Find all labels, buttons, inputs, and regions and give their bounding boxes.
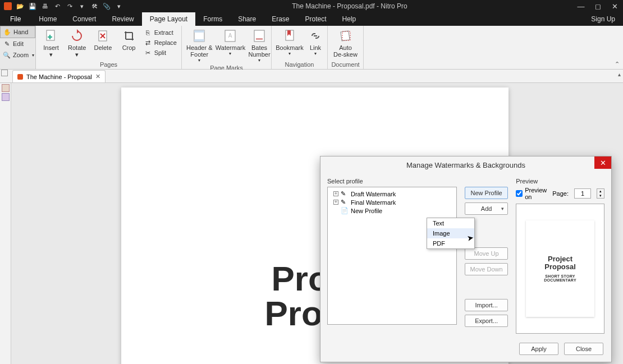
group-pages-label: Pages (39, 61, 178, 69)
add-menu-pdf[interactable]: PDF (427, 238, 474, 248)
expand-icon[interactable]: + (333, 200, 338, 205)
panel-icon-1[interactable] (2, 84, 10, 92)
preview-label: Preview (516, 178, 604, 185)
replace-icon: ⇄ (144, 39, 152, 47)
tab-page-layout[interactable]: Page Layout (142, 12, 195, 26)
close-tab-icon[interactable]: ✕ (95, 73, 100, 80)
add-menu-text[interactable]: Text (427, 218, 474, 228)
preview-area: ProjectProposal SHORT STORYDOCUMENTARY (516, 204, 604, 334)
side-panel-toggles[interactable] (1, 70, 8, 76)
print-icon[interactable]: 🖶 (40, 2, 49, 11)
tools-icon[interactable]: 🛠 (90, 2, 99, 11)
redo-icon[interactable]: ↷ (65, 2, 74, 11)
tab-review[interactable]: Review (104, 12, 141, 26)
tab-convert[interactable]: Convert (65, 12, 104, 26)
panel-icon-2[interactable] (2, 93, 10, 101)
page-label: Page: (552, 190, 569, 197)
scroll-up-icon[interactable]: ▴ (618, 71, 621, 77)
close-window-button[interactable]: ✕ (606, 0, 623, 12)
profile-icon: ✎ (341, 190, 349, 197)
link-button[interactable]: Link▾ (306, 27, 324, 57)
deskew-icon (338, 28, 354, 44)
tab-share[interactable]: Share (230, 12, 264, 26)
bookmark-icon (282, 28, 297, 44)
tab-erase[interactable]: Erase (264, 12, 297, 26)
tab-protect[interactable]: Protect (297, 12, 335, 26)
preview-page-input[interactable] (574, 188, 591, 199)
move-down-button[interactable]: Move Down (465, 263, 508, 275)
add-menu-image[interactable]: Image (427, 228, 474, 238)
extract-icon: ⎘ (144, 29, 152, 36)
document-tab-label: The Machine - Proposal (26, 73, 92, 80)
bates-icon (251, 28, 267, 44)
file-menu[interactable]: File (0, 12, 31, 26)
qat-dropdown-icon[interactable]: ▾ (77, 2, 86, 11)
preview-on-checkbox[interactable]: Preview on (516, 187, 547, 200)
import-button[interactable]: Import... (465, 299, 508, 311)
select-profile-label: Select profile (327, 178, 457, 185)
export-button[interactable]: Export... (465, 315, 508, 327)
dialog-title: Manage Watermarks & Backgrounds (406, 161, 525, 169)
new-profile-button[interactable]: New Profile (465, 187, 508, 199)
bookmark-button[interactable]: Bookmark▾ (275, 27, 304, 57)
crop-button[interactable]: Crop (117, 27, 140, 52)
expand-icon[interactable]: + (333, 191, 338, 196)
tab-help[interactable]: Help (335, 12, 364, 26)
deskew-button[interactable]: Auto De-skew (331, 27, 360, 59)
bates-number-button[interactable]: Bates Number▾ (247, 27, 271, 64)
tree-item-final[interactable]: +✎Final Watermark (330, 198, 454, 206)
profile-icon: ✎ (341, 199, 349, 206)
watermark-button[interactable]: AWatermark▾ (216, 27, 245, 57)
tab-home[interactable]: Home (31, 12, 65, 26)
minimize-button[interactable]: — (572, 0, 589, 12)
open-icon[interactable]: 📂 (16, 2, 25, 11)
signup-link[interactable]: Sign Up (583, 12, 623, 26)
edit-tool[interactable]: ✎Edit (0, 38, 35, 49)
nav-panel-strip (0, 83, 11, 364)
apply-button[interactable]: Apply (519, 343, 558, 355)
tree-item-new[interactable]: 📄New Profile (330, 206, 454, 215)
edit-icon: ✎ (3, 40, 11, 48)
svg-rect-12 (256, 38, 263, 40)
replace-button[interactable]: ⇄Replace (143, 38, 178, 47)
crop-icon (121, 28, 137, 44)
profile-tree[interactable]: +✎Draft Watermark +✎Final Watermark 📄New… (327, 187, 457, 325)
ribbon-collapse-icon[interactable]: ⌃ (615, 61, 620, 68)
move-up-button[interactable]: Move Up (465, 247, 508, 260)
link-icon (308, 28, 323, 44)
group-document-label: Document (331, 61, 360, 69)
tree-item-draft[interactable]: +✎Draft Watermark (330, 190, 454, 198)
svg-rect-14 (340, 31, 349, 41)
header-footer-button[interactable]: Header & Footer▾ (185, 27, 213, 64)
add-dropdown-button[interactable]: Add (465, 202, 508, 215)
new-profile-icon: 📄 (341, 207, 349, 214)
undo-icon[interactable]: ↶ (53, 2, 62, 11)
split-button[interactable]: ✂Split (143, 48, 178, 57)
page-spinner[interactable]: ▴▾ (597, 188, 604, 199)
hand-tool[interactable]: ✋Hand (0, 26, 35, 38)
dialog-close-button[interactable]: ✕ (594, 156, 611, 169)
maximize-button[interactable]: ◻ (589, 0, 606, 12)
tab-forms[interactable]: Forms (195, 12, 230, 26)
split-icon: ✂ (144, 49, 152, 57)
save-icon[interactable]: 💾 (28, 2, 37, 11)
header-footer-icon (191, 28, 207, 44)
group-navigation-label: Navigation (275, 61, 324, 69)
insert-button[interactable]: Insert▾ (39, 27, 63, 59)
preview-thumbnail: ProjectProposal SHORT STORYDOCUMENTARY (526, 220, 594, 317)
zoom-icon: 🔍 (3, 51, 11, 59)
qat-more-icon[interactable]: ▾ (114, 2, 123, 11)
attach-icon[interactable]: 📎 (102, 2, 111, 11)
extract-button[interactable]: ⎘Extract (143, 28, 178, 37)
delete-button[interactable]: Delete (91, 27, 114, 52)
rotate-button[interactable]: Rotate▾ (65, 27, 89, 59)
window-title: The Machine - Proposal.pdf - Nitro Pro (127, 2, 572, 10)
close-button[interactable]: Close (564, 343, 603, 355)
document-tab[interactable]: The Machine - Proposal ✕ (12, 70, 106, 82)
svg-text:A: A (228, 33, 232, 39)
add-menu-popup: Text Image PDF (427, 218, 475, 249)
zoom-tool[interactable]: 🔍Zoom▾ (0, 49, 35, 61)
hand-icon: ✋ (3, 28, 11, 36)
svg-rect-8 (194, 39, 204, 42)
svg-rect-2 (48, 36, 52, 38)
